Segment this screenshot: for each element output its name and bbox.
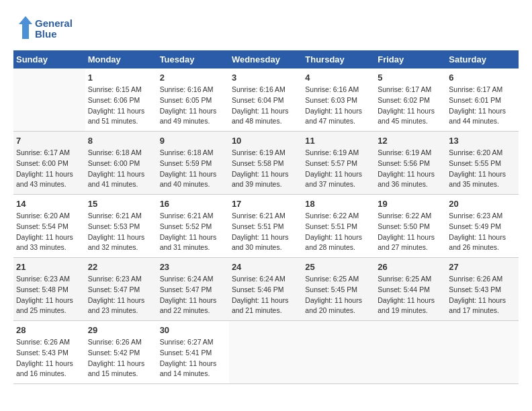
week-row-5: 28Sunrise: 6:26 AM Sunset: 5:43 PM Dayli…	[13, 321, 519, 384]
day-number: 29	[88, 325, 154, 335]
day-cell: 16Sunrise: 6:21 AM Sunset: 5:52 PM Dayli…	[157, 195, 229, 258]
day-info: Sunrise: 6:24 AM Sunset: 5:47 PM Dayligh…	[160, 274, 226, 316]
day-info: Sunrise: 6:17 AM Sunset: 6:00 PM Dayligh…	[16, 148, 83, 190]
logo: General Blue	[13, 13, 87, 44]
day-info: Sunrise: 6:19 AM Sunset: 5:58 PM Dayligh…	[232, 148, 300, 190]
day-cell: 8Sunrise: 6:18 AM Sunset: 6:00 PM Daylig…	[85, 132, 157, 195]
weekday-header-monday: Monday	[85, 50, 157, 68]
day-cell: 14Sunrise: 6:20 AM Sunset: 5:54 PM Dayli…	[13, 195, 85, 258]
day-info: Sunrise: 6:18 AM Sunset: 6:00 PM Dayligh…	[88, 148, 154, 190]
day-number: 8	[88, 136, 154, 146]
day-cell: 21Sunrise: 6:23 AM Sunset: 5:48 PM Dayli…	[13, 258, 85, 321]
day-number: 11	[305, 136, 372, 146]
day-info: Sunrise: 6:22 AM Sunset: 5:51 PM Dayligh…	[305, 211, 372, 253]
day-info: Sunrise: 6:23 AM Sunset: 5:48 PM Dayligh…	[16, 274, 83, 316]
day-cell: 9Sunrise: 6:18 AM Sunset: 5:59 PM Daylig…	[157, 132, 229, 195]
day-number: 18	[305, 199, 372, 209]
day-number: 2	[160, 73, 226, 83]
day-info: Sunrise: 6:22 AM Sunset: 5:50 PM Dayligh…	[378, 211, 443, 253]
day-number: 28	[16, 325, 83, 335]
day-number: 5	[378, 73, 443, 83]
day-cell: 1Sunrise: 6:15 AM Sunset: 6:06 PM Daylig…	[85, 68, 157, 132]
week-row-3: 14Sunrise: 6:20 AM Sunset: 5:54 PM Dayli…	[13, 195, 519, 258]
day-number: 21	[16, 262, 83, 272]
day-number: 19	[378, 199, 443, 209]
day-number: 14	[16, 199, 83, 209]
weekday-header-wednesday: Wednesday	[229, 50, 302, 68]
day-number: 16	[160, 199, 226, 209]
day-number: 30	[160, 325, 226, 335]
day-number: 23	[160, 262, 226, 272]
day-info: Sunrise: 6:27 AM Sunset: 5:41 PM Dayligh…	[160, 337, 226, 379]
day-info: Sunrise: 6:26 AM Sunset: 5:43 PM Dayligh…	[449, 274, 516, 316]
day-number: 6	[449, 73, 516, 83]
day-number: 3	[232, 73, 300, 83]
day-cell	[302, 321, 375, 384]
day-cell: 11Sunrise: 6:19 AM Sunset: 5:57 PM Dayli…	[302, 132, 375, 195]
day-cell: 22Sunrise: 6:23 AM Sunset: 5:47 PM Dayli…	[85, 258, 157, 321]
day-number: 27	[449, 262, 516, 272]
day-info: Sunrise: 6:26 AM Sunset: 5:43 PM Dayligh…	[16, 337, 83, 379]
day-number: 24	[232, 262, 300, 272]
day-cell: 26Sunrise: 6:25 AM Sunset: 5:44 PM Dayli…	[375, 258, 446, 321]
day-cell: 13Sunrise: 6:20 AM Sunset: 5:55 PM Dayli…	[446, 132, 519, 195]
day-number: 26	[378, 262, 443, 272]
day-cell: 24Sunrise: 6:24 AM Sunset: 5:46 PM Dayli…	[229, 258, 302, 321]
week-row-4: 21Sunrise: 6:23 AM Sunset: 5:48 PM Dayli…	[13, 258, 519, 321]
day-number: 17	[232, 199, 300, 209]
svg-text:Blue: Blue	[35, 28, 57, 40]
weekday-header-friday: Friday	[375, 50, 446, 68]
day-info: Sunrise: 6:17 AM Sunset: 6:01 PM Dayligh…	[449, 85, 516, 127]
day-cell: 12Sunrise: 6:19 AM Sunset: 5:56 PM Dayli…	[375, 132, 446, 195]
day-cell	[13, 68, 85, 132]
day-cell: 20Sunrise: 6:23 AM Sunset: 5:49 PM Dayli…	[446, 195, 519, 258]
day-info: Sunrise: 6:21 AM Sunset: 5:51 PM Dayligh…	[232, 211, 300, 253]
logo-svg: General Blue	[13, 13, 87, 44]
day-info: Sunrise: 6:16 AM Sunset: 6:03 PM Dayligh…	[305, 85, 372, 127]
day-info: Sunrise: 6:26 AM Sunset: 5:42 PM Dayligh…	[88, 337, 154, 379]
weekday-header-saturday: Saturday	[446, 50, 519, 68]
day-info: Sunrise: 6:19 AM Sunset: 5:57 PM Dayligh…	[305, 148, 372, 190]
day-number: 12	[378, 136, 443, 146]
day-cell: 6Sunrise: 6:17 AM Sunset: 6:01 PM Daylig…	[446, 68, 519, 132]
day-cell	[446, 321, 519, 384]
day-info: Sunrise: 6:24 AM Sunset: 5:46 PM Dayligh…	[232, 274, 300, 316]
week-row-1: 1Sunrise: 6:15 AM Sunset: 6:06 PM Daylig…	[13, 68, 519, 132]
svg-marker-2	[19, 16, 32, 39]
day-number: 9	[160, 136, 226, 146]
day-cell: 29Sunrise: 6:26 AM Sunset: 5:42 PM Dayli…	[85, 321, 157, 384]
day-info: Sunrise: 6:16 AM Sunset: 6:04 PM Dayligh…	[232, 85, 300, 127]
day-number: 20	[449, 199, 516, 209]
svg-text:General: General	[35, 17, 73, 29]
day-cell: 7Sunrise: 6:17 AM Sunset: 6:00 PM Daylig…	[13, 132, 85, 195]
day-info: Sunrise: 6:15 AM Sunset: 6:06 PM Dayligh…	[88, 85, 154, 127]
calendar-table: SundayMondayTuesdayWednesdayThursdayFrid…	[13, 50, 519, 384]
day-cell: 27Sunrise: 6:26 AM Sunset: 5:43 PM Dayli…	[446, 258, 519, 321]
day-cell: 15Sunrise: 6:21 AM Sunset: 5:53 PM Dayli…	[85, 195, 157, 258]
weekday-header-tuesday: Tuesday	[157, 50, 229, 68]
day-info: Sunrise: 6:25 AM Sunset: 5:44 PM Dayligh…	[378, 274, 443, 316]
day-info: Sunrise: 6:23 AM Sunset: 5:49 PM Dayligh…	[449, 211, 516, 253]
day-info: Sunrise: 6:19 AM Sunset: 5:56 PM Dayligh…	[378, 148, 443, 190]
day-number: 22	[88, 262, 154, 272]
day-cell: 23Sunrise: 6:24 AM Sunset: 5:47 PM Dayli…	[157, 258, 229, 321]
day-number: 13	[449, 136, 516, 146]
page-header: General Blue	[13, 13, 519, 44]
week-row-2: 7Sunrise: 6:17 AM Sunset: 6:00 PM Daylig…	[13, 132, 519, 195]
day-cell: 2Sunrise: 6:16 AM Sunset: 6:05 PM Daylig…	[157, 68, 229, 132]
day-info: Sunrise: 6:17 AM Sunset: 6:02 PM Dayligh…	[378, 85, 443, 127]
day-cell: 10Sunrise: 6:19 AM Sunset: 5:58 PM Dayli…	[229, 132, 302, 195]
day-info: Sunrise: 6:21 AM Sunset: 5:52 PM Dayligh…	[160, 211, 226, 253]
weekday-header-thursday: Thursday	[302, 50, 375, 68]
day-cell: 4Sunrise: 6:16 AM Sunset: 6:03 PM Daylig…	[302, 68, 375, 132]
day-cell: 19Sunrise: 6:22 AM Sunset: 5:50 PM Dayli…	[375, 195, 446, 258]
weekday-header-sunday: Sunday	[13, 50, 85, 68]
day-number: 7	[16, 136, 83, 146]
day-number: 1	[88, 73, 154, 83]
day-cell: 30Sunrise: 6:27 AM Sunset: 5:41 PM Dayli…	[157, 321, 229, 384]
day-number: 25	[305, 262, 372, 272]
day-info: Sunrise: 6:21 AM Sunset: 5:53 PM Dayligh…	[88, 211, 154, 253]
day-cell: 17Sunrise: 6:21 AM Sunset: 5:51 PM Dayli…	[229, 195, 302, 258]
day-info: Sunrise: 6:25 AM Sunset: 5:45 PM Dayligh…	[305, 274, 372, 316]
day-cell: 28Sunrise: 6:26 AM Sunset: 5:43 PM Dayli…	[13, 321, 85, 384]
